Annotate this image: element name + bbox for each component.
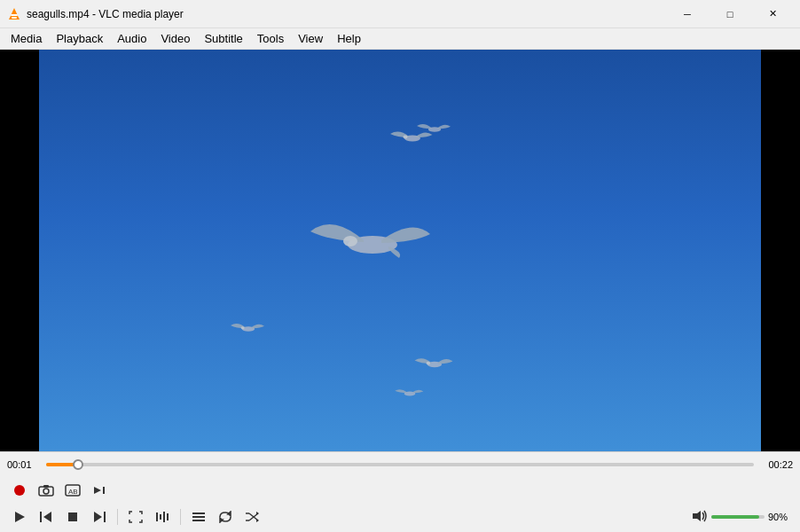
time-elapsed: 00:01	[7, 459, 41, 470]
svg-text:AB: AB	[68, 488, 78, 496]
window-title: seagulls.mp4 - VLC media player	[27, 8, 667, 20]
svg-point-12	[427, 362, 431, 365]
menu-audio[interactable]: Audio	[110, 30, 153, 47]
progress-thumb[interactable]	[73, 459, 83, 470]
menu-subtitle[interactable]: Subtitle	[197, 30, 249, 47]
snapshot-button[interactable]	[34, 481, 59, 500]
controls-row2: 90%	[0, 504, 800, 532]
stop-button[interactable]	[60, 507, 85, 527]
loop-button[interactable]	[213, 507, 238, 527]
volume-label: 90%	[768, 512, 793, 522]
svg-rect-1	[11, 14, 18, 16]
menu-tools[interactable]: Tools	[250, 30, 291, 47]
svg-point-10	[241, 326, 245, 329]
svg-marker-24	[43, 512, 51, 522]
previous-button[interactable]	[34, 507, 59, 527]
svg-rect-30	[163, 512, 165, 522]
svg-rect-28	[156, 512, 158, 521]
volume-icon[interactable]	[692, 509, 708, 526]
loop-ab-button[interactable]: AB	[60, 481, 85, 500]
volume-fill	[711, 515, 759, 519]
svg-rect-21	[103, 487, 105, 494]
record-button[interactable]	[7, 481, 32, 500]
video-area	[0, 50, 800, 451]
svg-rect-33	[192, 516, 205, 518]
menu-playback[interactable]: Playback	[49, 30, 110, 47]
svg-rect-2	[12, 17, 17, 19]
svg-rect-26	[104, 512, 106, 522]
video-canvas	[0, 50, 800, 451]
extended-settings-button[interactable]	[150, 507, 175, 527]
controls-row1: AB	[0, 477, 800, 504]
title-bar: seagulls.mp4 - VLC media player ─ □ ✕	[0, 0, 800, 28]
svg-rect-23	[40, 512, 42, 522]
frame-by-frame-button[interactable]	[87, 481, 112, 500]
volume-track[interactable]	[711, 515, 765, 519]
volume-area: 90%	[692, 509, 793, 526]
separator2	[180, 509, 181, 525]
svg-rect-17	[43, 485, 49, 488]
progress-track[interactable]	[46, 463, 754, 466]
window-controls: ─ □ ✕	[667, 2, 793, 27]
menu-bar: Media Playback Audio Video Subtitle Tool…	[0, 28, 800, 50]
minimize-button[interactable]: ─	[667, 2, 708, 27]
separator1	[117, 509, 118, 525]
svg-marker-22	[15, 512, 25, 522]
svg-marker-41	[693, 511, 701, 521]
random-button[interactable]	[239, 507, 264, 527]
play-pause-button[interactable]	[7, 507, 32, 527]
menu-media[interactable]: Media	[4, 30, 49, 47]
svg-rect-34	[192, 520, 205, 521]
playlist-button[interactable]	[186, 507, 211, 527]
close-button[interactable]: ✕	[752, 2, 793, 27]
bottom-controls: 00:01 00:22 AB	[0, 451, 800, 532]
svg-marker-39	[256, 512, 259, 515]
svg-marker-40	[256, 519, 259, 522]
svg-point-14	[14, 485, 25, 496]
maximize-button[interactable]: □	[710, 2, 750, 27]
svg-rect-29	[160, 514, 161, 520]
seagulls-video	[0, 50, 800, 451]
svg-point-5	[343, 236, 357, 246]
svg-point-16	[43, 489, 49, 494]
svg-rect-25	[68, 512, 77, 521]
menu-video[interactable]: Video	[153, 30, 197, 47]
vlc-icon	[7, 7, 21, 21]
next-button[interactable]	[87, 507, 112, 527]
progress-bar-row: 00:01 00:22	[0, 452, 800, 477]
svg-point-7	[404, 136, 408, 139]
time-total: 00:22	[759, 459, 793, 470]
svg-rect-31	[167, 513, 169, 520]
svg-marker-27	[94, 512, 102, 522]
svg-marker-20	[94, 487, 101, 494]
svg-rect-32	[192, 512, 205, 514]
fullscreen-button[interactable]	[123, 507, 148, 527]
menu-view[interactable]: View	[291, 30, 330, 47]
menu-help[interactable]: Help	[330, 30, 368, 47]
